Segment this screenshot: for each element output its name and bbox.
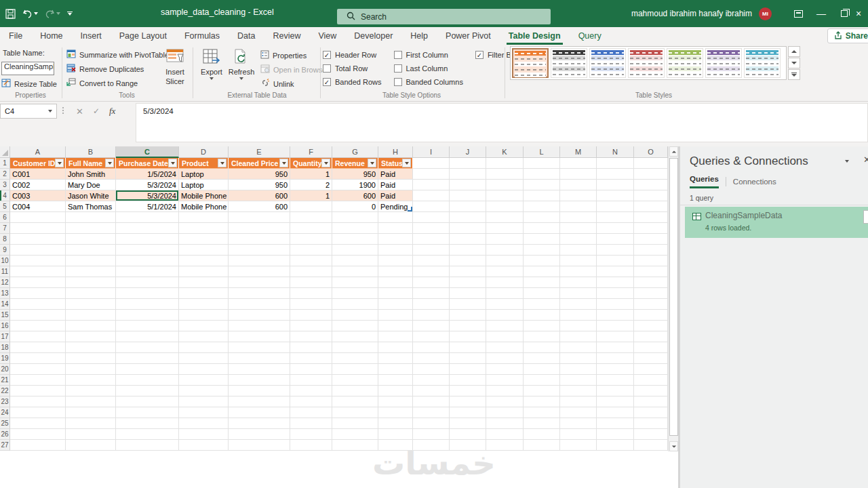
gallery-scroll-down-button[interactable] bbox=[788, 58, 800, 68]
column-header-n[interactable]: N bbox=[597, 146, 634, 158]
cancel-icon[interactable]: ✕ bbox=[76, 106, 83, 117]
cell-k25[interactable] bbox=[486, 418, 524, 429]
cell-e5[interactable]: 600 bbox=[229, 201, 290, 212]
cell-d7[interactable] bbox=[179, 223, 229, 234]
cell-n18[interactable] bbox=[597, 342, 634, 353]
cell-k24[interactable] bbox=[486, 407, 524, 418]
row-header-16[interactable]: 16 bbox=[0, 321, 10, 331]
cell-o14[interactable] bbox=[634, 299, 668, 310]
vertical-scrollbar[interactable] bbox=[668, 146, 678, 451]
cell-a2[interactable]: C001 bbox=[10, 169, 66, 180]
cell-a18[interactable] bbox=[10, 342, 66, 353]
cell-c21[interactable] bbox=[116, 375, 179, 386]
cell-c15[interactable] bbox=[116, 310, 179, 321]
cell-a15[interactable] bbox=[10, 310, 66, 321]
cell-h11[interactable] bbox=[378, 266, 413, 277]
row-header-15[interactable]: 15 bbox=[0, 310, 10, 321]
table-header-cell[interactable]: Purchase Date bbox=[116, 158, 179, 169]
cell-d17[interactable] bbox=[179, 331, 229, 342]
cell-m26[interactable] bbox=[560, 429, 597, 440]
cell-a25[interactable] bbox=[10, 418, 66, 429]
unlink-button[interactable]: Unlink bbox=[260, 79, 294, 89]
tab-connections[interactable]: Connections bbox=[733, 178, 776, 186]
cell-b7[interactable] bbox=[66, 223, 116, 234]
cell-i5[interactable] bbox=[413, 201, 450, 212]
cell-m22[interactable] bbox=[560, 386, 597, 396]
cell-c19[interactable] bbox=[116, 353, 179, 364]
row-header-21[interactable]: 21 bbox=[0, 375, 10, 386]
cell-j11[interactable] bbox=[450, 266, 486, 277]
cell-b14[interactable] bbox=[66, 299, 116, 310]
row-header-17[interactable]: 17 bbox=[0, 331, 10, 342]
cell-f8[interactable] bbox=[290, 234, 332, 245]
cell-e23[interactable] bbox=[229, 396, 290, 407]
cell-d13[interactable] bbox=[179, 288, 229, 299]
cell-e26[interactable] bbox=[229, 429, 290, 440]
cell-h21[interactable] bbox=[378, 375, 413, 386]
cell-n11[interactable] bbox=[597, 266, 634, 277]
cell-i25[interactable] bbox=[413, 418, 450, 429]
table-header-cell[interactable]: Full Name bbox=[66, 158, 116, 169]
row-header-18[interactable]: 18 bbox=[0, 342, 10, 353]
cell-i21[interactable] bbox=[413, 375, 450, 386]
cell-d22[interactable] bbox=[179, 386, 229, 396]
cell-j2[interactable] bbox=[450, 169, 486, 180]
cell-h23[interactable] bbox=[378, 396, 413, 407]
cell-g2[interactable]: 950 bbox=[332, 169, 378, 180]
cell-o15[interactable] bbox=[634, 310, 668, 321]
cell-i11[interactable] bbox=[413, 266, 450, 277]
cell-m19[interactable] bbox=[560, 353, 597, 364]
name-box-dropdown-icon[interactable] bbox=[48, 110, 52, 113]
cell-h18[interactable] bbox=[378, 342, 413, 353]
cell-d9[interactable] bbox=[179, 245, 229, 256]
cell-n4[interactable] bbox=[597, 190, 634, 201]
cell-a4[interactable]: C003 bbox=[10, 190, 66, 201]
cell-c11[interactable] bbox=[116, 266, 179, 277]
row-header-26[interactable]: 26 bbox=[0, 429, 10, 440]
cell-l26[interactable] bbox=[524, 429, 560, 440]
cell-j10[interactable] bbox=[450, 256, 486, 266]
tab-help[interactable]: Help bbox=[401, 27, 437, 45]
table-header-cell[interactable]: Cleaned Price bbox=[229, 158, 290, 169]
banded-rows-checkbox[interactable]: ✓Banded Rows bbox=[323, 75, 382, 89]
cell-e2[interactable]: 950 bbox=[229, 169, 290, 180]
cell-b11[interactable] bbox=[66, 266, 116, 277]
cell-d6[interactable] bbox=[179, 212, 229, 223]
cell-e3[interactable]: 950 bbox=[229, 180, 290, 190]
cell-c22[interactable] bbox=[116, 386, 179, 396]
cell-o10[interactable] bbox=[634, 256, 668, 266]
cell-l25[interactable] bbox=[524, 418, 560, 429]
cell-k7[interactable] bbox=[486, 223, 524, 234]
table-header-cell[interactable]: Quantity bbox=[290, 158, 332, 169]
column-header-l[interactable]: L bbox=[524, 146, 560, 158]
cell-k16[interactable] bbox=[486, 321, 524, 331]
cell-o21[interactable] bbox=[634, 375, 668, 386]
cell-h15[interactable] bbox=[378, 310, 413, 321]
table-style-dark[interactable] bbox=[551, 48, 587, 78]
cell-f13[interactable] bbox=[290, 288, 332, 299]
cell-i13[interactable] bbox=[413, 288, 450, 299]
cell-m17[interactable] bbox=[560, 331, 597, 342]
cell-h16[interactable] bbox=[378, 321, 413, 331]
row-header-5[interactable]: 5 bbox=[0, 201, 10, 212]
cell-j18[interactable] bbox=[450, 342, 486, 353]
cell-f24[interactable] bbox=[290, 407, 332, 418]
cell-j5[interactable] bbox=[450, 201, 486, 212]
cell-l15[interactable] bbox=[524, 310, 560, 321]
column-header-b[interactable]: B bbox=[66, 146, 116, 158]
cell-m3[interactable] bbox=[560, 180, 597, 190]
cell-b9[interactable] bbox=[66, 245, 116, 256]
table-header-cell[interactable]: Product bbox=[179, 158, 229, 169]
cell-a26[interactable] bbox=[10, 429, 66, 440]
cell-b22[interactable] bbox=[66, 386, 116, 396]
cell-h10[interactable] bbox=[378, 256, 413, 266]
cell-o22[interactable] bbox=[634, 386, 668, 396]
cell-i18[interactable] bbox=[413, 342, 450, 353]
cell-o12[interactable] bbox=[634, 277, 668, 288]
cell-b21[interactable] bbox=[66, 375, 116, 386]
cell-n1[interactable] bbox=[597, 158, 634, 169]
external-properties-button[interactable]: Properties bbox=[260, 50, 307, 60]
cell-g17[interactable] bbox=[332, 331, 378, 342]
cell-k11[interactable] bbox=[486, 266, 524, 277]
cell-c25[interactable] bbox=[116, 418, 179, 429]
